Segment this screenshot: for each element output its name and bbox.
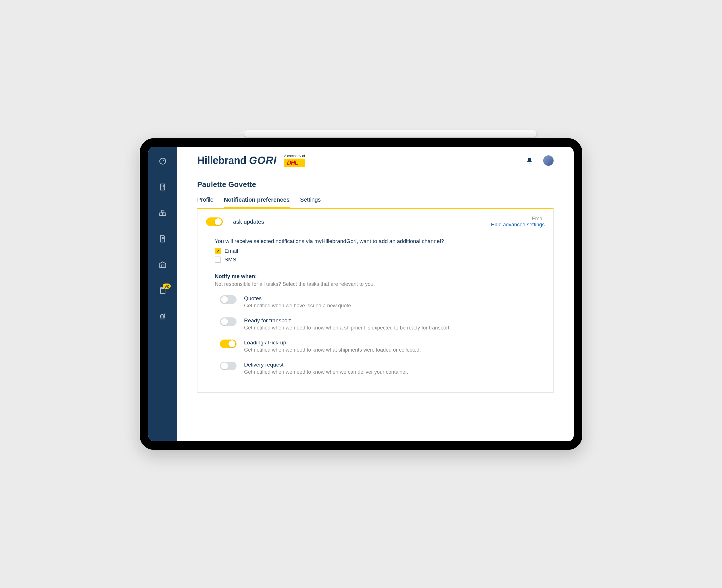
ready-toggle[interactable] bbox=[220, 317, 237, 326]
notify-text: Delivery request Get notified when we ne… bbox=[244, 362, 408, 375]
tasks-badge: 92 bbox=[163, 284, 171, 289]
task-updates-section: Show advanced settings Task updates Emai… bbox=[197, 208, 554, 393]
brand-sub: GORI bbox=[249, 154, 277, 166]
quotes-toggle[interactable] bbox=[220, 295, 237, 304]
notify-subtext: Not responsible for all tasks? Select th… bbox=[215, 281, 536, 287]
brand-name: Hillebrand GORI bbox=[197, 154, 277, 167]
avatar[interactable] bbox=[543, 155, 554, 166]
notify-title: Quotes bbox=[244, 295, 353, 301]
stylus-pen bbox=[245, 130, 536, 137]
sms-checkbox-label: SMS bbox=[224, 256, 236, 263]
toggle-knob bbox=[221, 318, 228, 325]
sidebar-nav: 92 bbox=[148, 147, 177, 441]
section-header-right: Email Hide advanced settings bbox=[491, 216, 545, 228]
header-actions bbox=[526, 155, 554, 166]
boxes-icon bbox=[159, 209, 167, 217]
checkbox-row-email: Email bbox=[215, 248, 536, 254]
chart-icon bbox=[159, 312, 167, 320]
notify-item-delivery: Delivery request Get notified when we ne… bbox=[215, 362, 536, 375]
task-updates-toggle[interactable] bbox=[206, 217, 223, 226]
content-area: Show advanced settings Task updates Emai… bbox=[177, 208, 574, 441]
svg-rect-5 bbox=[161, 265, 164, 268]
notify-item-ready: Ready for transport Get notified when we… bbox=[215, 317, 536, 331]
tablet-device-frame: 92 Hillebrand GORI A company of DHL bbox=[140, 138, 582, 450]
sidebar-item-documents[interactable] bbox=[158, 233, 168, 244]
sms-checkbox[interactable] bbox=[215, 256, 221, 263]
svg-rect-4 bbox=[163, 213, 165, 215]
notify-title: Delivery request bbox=[244, 362, 408, 368]
brand-logo: Hillebrand GORI A company of DHL bbox=[197, 154, 305, 167]
delivery-toggle[interactable] bbox=[220, 362, 237, 370]
channel-label: Email bbox=[491, 216, 545, 222]
page-subheader: Paulette Govette Profile Notification pr… bbox=[177, 174, 574, 208]
section-body: You will receive selected notifications … bbox=[198, 235, 553, 392]
tab-notification-preferences[interactable]: Notification preferences bbox=[224, 194, 290, 208]
notify-desc: Get notified when we need to know when w… bbox=[244, 369, 408, 375]
notify-item-quotes: Quotes Get notified when we have issued … bbox=[215, 295, 536, 309]
notify-heading: Notify me when: bbox=[215, 273, 536, 279]
company-of-label: A company of bbox=[284, 154, 305, 158]
sidebar-item-dashboard[interactable] bbox=[158, 156, 168, 166]
toggle-knob bbox=[221, 296, 228, 303]
svg-rect-3 bbox=[160, 213, 162, 215]
page-title: Paulette Govette bbox=[197, 180, 554, 189]
tab-settings[interactable]: Settings bbox=[300, 194, 321, 208]
checkbox-row-sms: SMS bbox=[215, 256, 536, 263]
screen: 92 Hillebrand GORI A company of DHL bbox=[148, 147, 574, 441]
notify-title: Loading / Pick-up bbox=[244, 339, 421, 346]
intro-text: You will receive selected notifications … bbox=[215, 238, 536, 245]
notify-desc: Get notified when we need to know when a… bbox=[244, 325, 451, 331]
gauge-icon bbox=[159, 157, 167, 165]
main-content: Hillebrand GORI A company of DHL Paulett… bbox=[177, 147, 574, 441]
tab-profile[interactable]: Profile bbox=[197, 194, 214, 208]
dhl-badge: A company of DHL bbox=[284, 154, 305, 167]
notify-text: Loading / Pick-up Get notified when we n… bbox=[244, 339, 421, 353]
loading-toggle[interactable] bbox=[220, 339, 237, 348]
sidebar-item-warehouse[interactable] bbox=[158, 259, 168, 270]
notify-item-loading: Loading / Pick-up Get notified when we n… bbox=[215, 339, 536, 353]
hide-advanced-link[interactable]: Hide advanced settings bbox=[491, 222, 545, 228]
notify-text: Quotes Get notified when we have issued … bbox=[244, 295, 353, 309]
sidebar-item-analytics[interactable] bbox=[158, 311, 168, 321]
sidebar-item-shipments[interactable] bbox=[158, 208, 168, 218]
toggle-knob bbox=[215, 218, 222, 225]
dhl-logo: DHL bbox=[284, 159, 305, 167]
brand-main: Hillebrand bbox=[197, 154, 246, 166]
email-checkbox-label: Email bbox=[224, 248, 238, 254]
section-header-left: Task updates bbox=[206, 217, 264, 226]
notify-title: Ready for transport bbox=[244, 317, 451, 324]
notify-desc: Get notified when we have issued a new q… bbox=[244, 303, 353, 309]
sidebar-item-tasks[interactable]: 92 bbox=[158, 285, 168, 296]
svg-rect-1 bbox=[161, 184, 165, 190]
bell-icon[interactable] bbox=[526, 157, 533, 164]
sidebar-item-company[interactable] bbox=[158, 182, 168, 192]
top-header: Hillebrand GORI A company of DHL bbox=[177, 147, 574, 174]
svg-rect-2 bbox=[161, 210, 164, 212]
warehouse-icon bbox=[159, 260, 167, 269]
building-icon bbox=[159, 183, 167, 191]
toggle-knob bbox=[221, 362, 228, 370]
notify-text: Ready for transport Get notified when we… bbox=[244, 317, 451, 331]
tabs: Profile Notification preferences Setting… bbox=[197, 194, 554, 208]
toggle-knob bbox=[228, 340, 235, 347]
email-checkbox[interactable] bbox=[215, 248, 221, 254]
notify-desc: Get notified when we need to know what s… bbox=[244, 347, 421, 353]
document-icon bbox=[159, 235, 167, 243]
section-header: Task updates Email Hide advanced setting… bbox=[198, 209, 553, 235]
section-title: Task updates bbox=[230, 218, 264, 225]
